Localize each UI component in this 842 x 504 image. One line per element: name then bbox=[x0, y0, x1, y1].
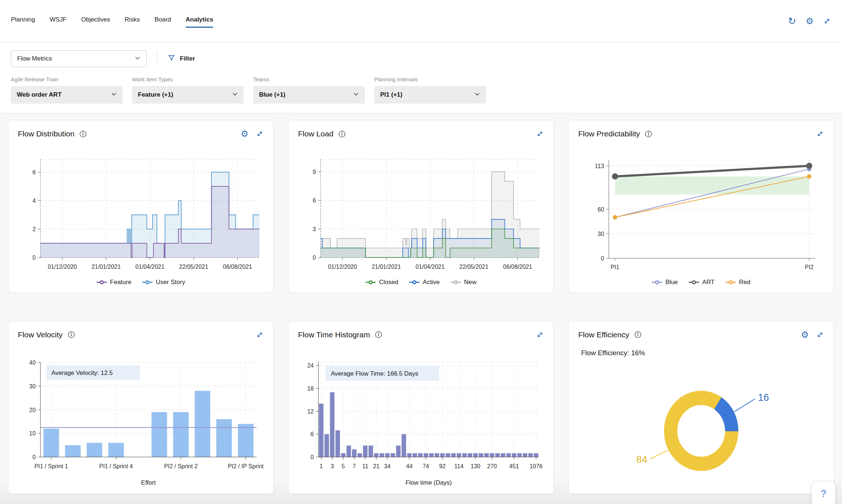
svg-text:2: 2 bbox=[32, 226, 36, 232]
info-icon[interactable] bbox=[338, 130, 346, 138]
gear-icon[interactable]: ⚙ bbox=[806, 17, 814, 26]
svg-text:21/01/2021: 21/01/2021 bbox=[92, 264, 121, 270]
flow-velocity-chart-area: 010203040Average Velocity: 12.5PI1 / Spr… bbox=[18, 341, 264, 488]
flow-predictability-header: Flow Predictability bbox=[578, 128, 824, 140]
toolbar: Flow Metrics Filter bbox=[0, 43, 842, 74]
svg-text:11: 11 bbox=[362, 463, 368, 469]
legend-line-dot bbox=[366, 280, 376, 284]
svg-text:6: 6 bbox=[32, 169, 36, 175]
svg-text:01/04/2021: 01/04/2021 bbox=[135, 264, 165, 270]
legend-item-blue[interactable]: Blue bbox=[652, 279, 678, 286]
svg-text:06/08/2021: 06/08/2021 bbox=[223, 264, 252, 270]
filter-select-agile-release-train[interactable]: Web order ART bbox=[11, 86, 123, 104]
legend-label: Red bbox=[739, 279, 750, 286]
legend-label: Feature bbox=[110, 279, 132, 286]
chevron-down-icon bbox=[474, 90, 481, 100]
refresh-icon[interactable]: ↻ bbox=[788, 16, 796, 26]
flow-predictability-chart: 03060113PI1PI2 bbox=[578, 153, 824, 276]
legend-label: User Story bbox=[156, 279, 185, 286]
tab-wsjf[interactable]: WSJF bbox=[50, 16, 66, 28]
legend-label: New bbox=[464, 279, 476, 286]
legend-item-closed[interactable]: Closed bbox=[366, 279, 398, 286]
filter-select-teams[interactable]: Blue (+1) bbox=[253, 86, 365, 104]
card-flow-distribution: Flow Distribution⚙024601/12/202021/01/20… bbox=[8, 120, 274, 293]
svg-text:21/01/2021: 21/01/2021 bbox=[372, 264, 401, 270]
flow-time-histogram-actions bbox=[536, 331, 544, 339]
info-icon[interactable] bbox=[645, 130, 652, 138]
svg-text:270: 270 bbox=[487, 463, 497, 469]
tab-board[interactable]: Board bbox=[154, 16, 171, 28]
legend-item-active[interactable]: Active bbox=[409, 279, 440, 286]
svg-text:Average Velocity: 12.5: Average Velocity: 12.5 bbox=[51, 369, 113, 376]
svg-text:0: 0 bbox=[32, 255, 36, 261]
legend-line-dot bbox=[97, 280, 107, 284]
svg-text:22/05/2021: 22/05/2021 bbox=[179, 264, 208, 270]
expand-icon[interactable] bbox=[256, 331, 264, 339]
expand-icon[interactable] bbox=[536, 331, 544, 339]
info-icon[interactable] bbox=[79, 130, 87, 138]
legend-item-art[interactable]: ART bbox=[689, 279, 715, 286]
gear-icon[interactable]: ⚙ bbox=[240, 129, 248, 138]
flow-velocity-title: Flow Velocity bbox=[18, 330, 75, 339]
expand-icon[interactable] bbox=[256, 130, 264, 138]
svg-text:34: 34 bbox=[384, 463, 391, 469]
legend-item-red[interactable]: Red bbox=[726, 279, 750, 286]
expand-icon[interactable] bbox=[816, 130, 824, 138]
tab-analytics[interactable]: Analytics bbox=[186, 16, 213, 28]
chevron-down-icon bbox=[231, 90, 239, 100]
flow-load-title: Flow Load bbox=[298, 129, 346, 138]
gear-icon[interactable]: ⚙ bbox=[801, 330, 809, 339]
svg-text:3: 3 bbox=[313, 226, 316, 232]
flow-efficiency-actions: ⚙ bbox=[801, 330, 824, 339]
card-title-text: Flow Velocity bbox=[18, 330, 63, 339]
chevron-down-icon bbox=[110, 90, 117, 100]
flow-load-chart: 036901/12/202021/01/202101/04/202122/05/… bbox=[298, 154, 544, 276]
flow-velocity-actions bbox=[256, 331, 264, 339]
flow-load-actions bbox=[536, 130, 544, 138]
svg-text:06/08/2021: 06/08/2021 bbox=[503, 264, 532, 270]
legend-line-dot bbox=[451, 280, 461, 284]
metric-select[interactable]: Flow Metrics bbox=[11, 50, 147, 67]
filter-select-planning-intervals[interactable]: PI1 (+1) bbox=[374, 86, 486, 104]
chevron-down-icon bbox=[352, 90, 360, 100]
svg-text:12: 12 bbox=[307, 408, 314, 414]
tab-objectives[interactable]: Objectives bbox=[81, 16, 110, 28]
tab-risks[interactable]: Risks bbox=[125, 16, 140, 28]
filter-select-work-item-types[interactable]: Feature (+1) bbox=[132, 86, 244, 104]
flow-distribution-chart-area: 024601/12/202021/01/202101/04/202122/05/… bbox=[18, 140, 264, 276]
svg-text:84: 84 bbox=[636, 454, 647, 465]
filter-button[interactable]: Filter bbox=[167, 54, 195, 64]
expand-icon[interactable] bbox=[536, 130, 544, 138]
svg-text:9: 9 bbox=[313, 169, 316, 175]
expand-icon[interactable] bbox=[816, 331, 824, 339]
legend-item-new[interactable]: New bbox=[451, 279, 476, 286]
flow-predictability-chart-area: 03060113PI1PI2 bbox=[578, 140, 824, 276]
legend-item-user-story[interactable]: User Story bbox=[142, 279, 185, 286]
legend-line-dot bbox=[142, 280, 152, 284]
svg-text:40: 40 bbox=[29, 360, 36, 366]
flow-load-legend: ClosedActiveNew bbox=[298, 276, 544, 287]
tab-planning[interactable]: Planning bbox=[11, 16, 35, 28]
filter-label: Teams bbox=[253, 76, 365, 82]
svg-text:130: 130 bbox=[471, 463, 480, 469]
legend-item-feature[interactable]: Feature bbox=[97, 279, 132, 286]
expand-icon[interactable] bbox=[823, 17, 831, 25]
help-button[interactable]: ? bbox=[811, 481, 835, 504]
card-title-text: Flow Efficiency bbox=[578, 330, 629, 339]
flow-distribution-actions: ⚙ bbox=[240, 129, 264, 138]
svg-text:6: 6 bbox=[310, 431, 314, 437]
flow-distribution-title: Flow Distribution bbox=[18, 129, 87, 138]
svg-text:PI1 / Sprint 4: PI1 / Sprint 4 bbox=[99, 463, 133, 469]
svg-text:0: 0 bbox=[601, 255, 604, 261]
filter-select-value: Web order ART bbox=[17, 91, 62, 98]
svg-text:24: 24 bbox=[307, 363, 314, 369]
top-navigation: PlanningWSJFObjectivesRisksBoardAnalytic… bbox=[0, 0, 842, 43]
info-icon[interactable] bbox=[375, 331, 382, 338]
info-icon[interactable] bbox=[67, 331, 75, 338]
svg-text:0: 0 bbox=[32, 454, 36, 460]
svg-text:6: 6 bbox=[313, 197, 316, 203]
svg-text:0: 0 bbox=[310, 454, 314, 460]
info-icon[interactable] bbox=[634, 331, 642, 338]
flow-efficiency-chart: 1684 bbox=[603, 357, 800, 504]
card-flow-predictability: Flow Predictability03060113PI1PI2BlueART… bbox=[568, 120, 834, 293]
